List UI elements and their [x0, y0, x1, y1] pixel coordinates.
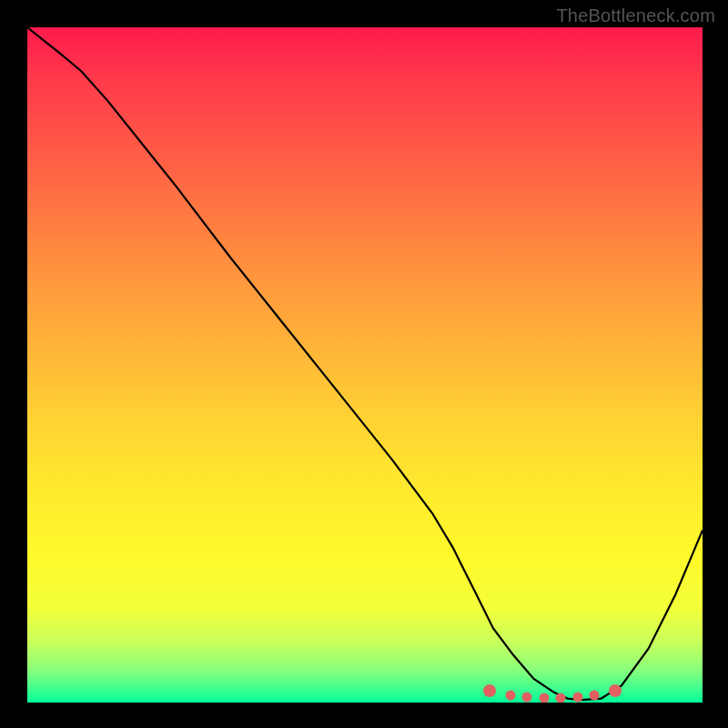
curve-marker-dot	[522, 693, 532, 703]
curve-marker-dot	[609, 684, 622, 697]
curve-marker-dot	[539, 693, 549, 703]
watermark-text: TheBottleneck.com	[556, 5, 715, 26]
curve-marker-dot	[572, 693, 582, 703]
curve-marker-dot	[483, 684, 496, 697]
chart-plot-area	[27, 27, 703, 703]
curve-marker-dot	[556, 693, 566, 703]
curve-markers	[27, 27, 703, 703]
curve-marker-dot	[590, 690, 600, 700]
curve-marker-dot	[505, 690, 515, 700]
